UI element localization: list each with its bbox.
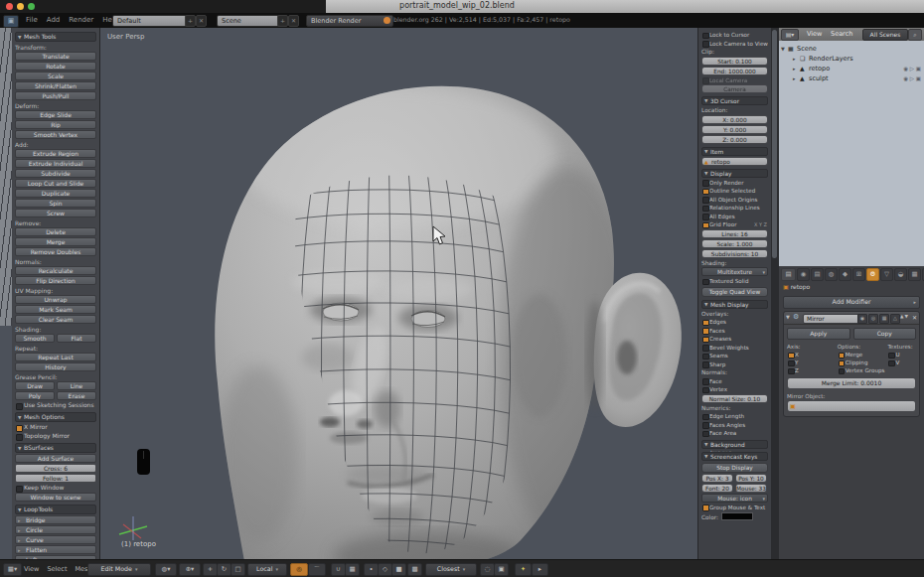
n-panel-item[interactable]: Pos X: 3 — [701, 474, 733, 483]
n-panel-item[interactable]: Background Images — [701, 440, 768, 449]
tool-shelf-item[interactable]: Clear Seam — [15, 315, 96, 324]
tool-shelf-item[interactable]: Merge — [15, 237, 96, 246]
outliner-row[interactable]: ▸▲sculpt — [781, 73, 922, 83]
properties-tab-icon[interactable]: ◆ — [839, 268, 851, 281]
properties-tab-icon[interactable]: ⊞ — [852, 268, 865, 281]
delete-layout-button[interactable]: ✕ — [196, 15, 207, 27]
n-panel-item[interactable]: Lock to Cursor — [701, 31, 768, 39]
tool-shelf-item[interactable]: Smooth Vertex — [15, 130, 96, 139]
zoom-window-button[interactable] — [28, 3, 35, 10]
cage-toggle-icon[interactable]: △ — [890, 314, 900, 324]
tool-shelf-item[interactable]: Extrude Individual — [15, 159, 96, 168]
outliner-row[interactable]: ▼▦Scene — [781, 44, 922, 54]
n-panel-item[interactable]: All Object Origins — [701, 196, 768, 204]
manipulator-translate-icon[interactable]: + — [203, 563, 218, 576]
outliner-filter-dropdown[interactable]: All Scenes — [862, 29, 908, 41]
outliner-search-menu[interactable]: Search — [831, 30, 852, 38]
n-panel-item[interactable]: Scale: 1.000 — [701, 239, 768, 248]
modifier-name-field[interactable]: Mirror — [803, 314, 859, 324]
snap-peel-icon[interactable]: ◌ — [480, 563, 495, 576]
option-checkbox[interactable]: Vertex Groups — [838, 366, 885, 374]
n-panel-item[interactable]: Lines: 16 — [701, 229, 768, 238]
menu-item[interactable]: Render — [69, 16, 93, 24]
manipulator-scale-icon[interactable]: □ — [231, 563, 245, 576]
n-panel-item[interactable]: 3D Cursor — [701, 96, 768, 105]
edge-select-mode-icon[interactable]: ◇ — [378, 563, 392, 576]
tool-shelf-item[interactable]: Draw — [15, 381, 55, 390]
copy-button[interactable]: Copy — [853, 328, 917, 340]
n-panel-item[interactable]: retopo — [701, 157, 768, 166]
texture-checkbox[interactable]: U — [887, 351, 916, 359]
modifier-move-arrows[interactable]: ▲▼ — [900, 314, 909, 319]
collapse-icon[interactable]: ▼ — [786, 314, 790, 320]
n-panel-item[interactable]: Lock Camera to View — [701, 40, 768, 48]
editmode-toggle-icon[interactable]: ▦ — [879, 314, 889, 324]
tool-shelf-item[interactable]: Line — [57, 381, 96, 390]
properties-tab-icon[interactable]: ⚙ — [866, 268, 879, 281]
add-layout-button[interactable]: + — [185, 15, 196, 27]
mirror-object-field[interactable] — [787, 400, 916, 412]
properties-tab-icon[interactable]: ◍ — [825, 268, 838, 281]
outliner-item-name[interactable]: sculpt — [809, 74, 829, 82]
tool-shelf-item[interactable]: Remove Doubles — [15, 247, 96, 256]
expand-icon[interactable]: ▸ — [793, 64, 800, 73]
tool-shelf-item[interactable]: Smooth — [15, 334, 55, 343]
option-checkbox[interactable]: Merge — [838, 351, 885, 359]
menu-item[interactable]: File — [26, 16, 38, 24]
scene-dropdown[interactable]: Scene — [217, 15, 284, 27]
axis-checkbox[interactable]: X — [787, 351, 835, 359]
expand-icon[interactable]: ▸ — [793, 54, 800, 64]
tool-shelf-item[interactable]: Add Surface — [15, 454, 96, 463]
properties-tab-icon[interactable]: ▽ — [880, 268, 893, 281]
n-panel-item[interactable]: Seams — [701, 352, 768, 360]
n-panel-item[interactable]: Faces Angles — [701, 421, 768, 429]
n-panel-item[interactable]: Toggle Quad View — [701, 287, 768, 297]
add-scene-button[interactable]: + — [277, 15, 288, 27]
texture-checkbox[interactable]: V — [887, 359, 916, 366]
option-checkbox[interactable]: Clipping — [838, 359, 885, 366]
n-panel-item[interactable]: X: 0.000 — [701, 115, 768, 124]
tool-shelf-item[interactable]: Use Sketching Sessions — [15, 401, 96, 409]
n-panel-scrollbar[interactable] — [771, 28, 779, 559]
properties-editor-type-icon[interactable]: ▤ — [781, 268, 796, 281]
n-panel-item[interactable]: Creases — [701, 335, 768, 343]
tool-shelf-item[interactable]: Bridge — [15, 515, 96, 524]
modifier-delete-icon[interactable]: ✕ — [912, 314, 917, 321]
n-panel-item[interactable]: Y: 0.000 — [701, 125, 768, 134]
n-panel-item[interactable]: Pos Y: 10 — [735, 474, 767, 483]
3d-viewport[interactable]: User Persp (1) retopo — [99, 28, 697, 559]
n-panel-item[interactable]: End: 1000.000 — [701, 67, 768, 75]
transform-orientation-dropdown[interactable]: Local — [247, 563, 287, 576]
mode-dropdown[interactable]: Edit Mode — [87, 563, 151, 576]
n-panel-item[interactable]: Mesh Display — [701, 300, 768, 309]
proportional-falloff-dropdown[interactable]: ⌒ — [308, 563, 326, 576]
snap-toggle-icon[interactable]: ∪ — [331, 563, 346, 576]
n-panel-item[interactable]: Start: 0.100 — [701, 57, 768, 66]
proportional-edit-toggle[interactable]: ◎ — [290, 563, 308, 576]
manipulator-rotate-icon[interactable]: ↻ — [217, 563, 231, 576]
outliner-item-name[interactable]: retopo — [809, 65, 830, 72]
properties-tab-icon[interactable]: ◒ — [894, 268, 907, 281]
tool-shelf-item[interactable]: Subdivide — [15, 169, 96, 178]
n-panel-item[interactable]: Z: 0.000 — [701, 135, 768, 144]
n-panel-item[interactable]: Multitexture — [701, 267, 768, 276]
merge-limit-slider[interactable]: Merge Limit: 0.0010 — [787, 377, 916, 389]
tool-shelf-item[interactable]: X Mirror — [15, 423, 96, 431]
n-panel-item[interactable]: Edges — [701, 318, 768, 326]
snap-project-icon[interactable]: ▣ — [494, 563, 509, 576]
outliner-item-name[interactable]: RenderLayers — [809, 55, 853, 63]
n-panel-item[interactable]: Display — [701, 169, 768, 178]
n-panel-item[interactable]: Camera — [701, 84, 768, 93]
n-panel-item[interactable]: Face Area — [701, 429, 768, 437]
outliner-view-menu[interactable]: View — [807, 30, 822, 38]
tool-shelf-item[interactable]: History — [15, 362, 96, 371]
tool-shelf-item[interactable]: Translate — [15, 52, 96, 61]
render-opengl-anim-icon[interactable]: ▸ — [532, 563, 548, 576]
tool-shelf-item[interactable]: Rip — [15, 120, 96, 129]
tool-shelf-item[interactable]: Circle — [15, 525, 96, 534]
tool-shelf-item[interactable]: Delete — [15, 227, 96, 236]
minimize-window-button[interactable] — [17, 3, 24, 10]
apply-button[interactable]: Apply — [787, 328, 850, 340]
n-panel-item[interactable]: Sharp — [701, 361, 768, 368]
viewport-menu-item[interactable]: Select — [47, 565, 67, 573]
